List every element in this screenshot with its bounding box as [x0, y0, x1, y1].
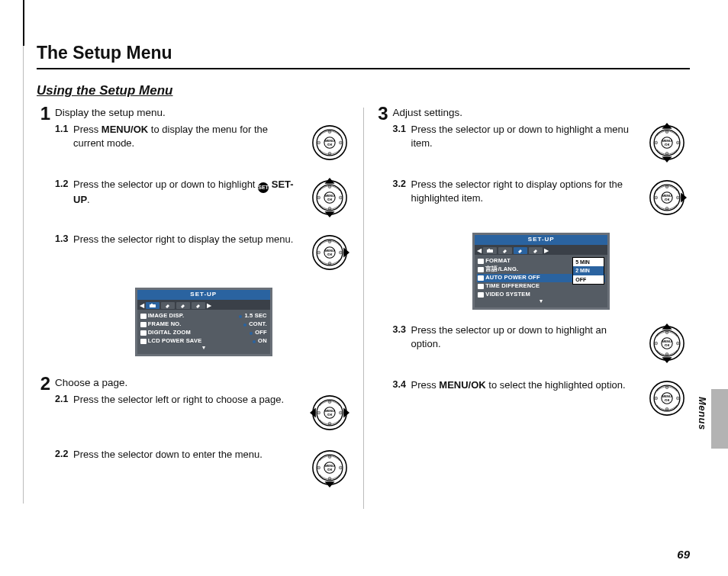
svg-point-38: [328, 423, 331, 426]
tab-wrench-icon: [161, 302, 175, 309]
tab-wrench-icon: [498, 247, 512, 254]
page-title: The Setup Menu: [37, 43, 690, 69]
svg-point-95: [676, 397, 679, 400]
svg-text:/OK: /OK: [327, 198, 332, 201]
svg-point-48: [328, 455, 331, 459]
lcd-tabs: ◀ ▶: [475, 245, 607, 255]
substep-text: Press the selector left or right to choo…: [73, 393, 301, 407]
svg-text:/OK: /OK: [665, 198, 670, 201]
svg-point-72: [676, 196, 679, 199]
svg-point-50: [317, 466, 320, 469]
substep-number: 1.1: [55, 123, 70, 150]
tab-camera-icon: [483, 247, 497, 254]
svg-point-71: [655, 196, 658, 199]
svg-point-26: [328, 262, 331, 265]
svg-point-17: [339, 196, 342, 199]
step-2: 2 Choose a page. 2.1 Press the selector …: [37, 376, 353, 503]
step-2-title: Choose a page.: [55, 376, 353, 390]
svg-point-39: [317, 411, 320, 414]
substep-text: Press the selector down to enter the men…: [73, 448, 301, 462]
lcd-title: SET-UP: [475, 235, 607, 245]
svg-text:/OK: /OK: [665, 143, 670, 146]
selector-icon-right: MENU /OK: [644, 178, 690, 217]
setup-badge-icon: SET: [258, 182, 269, 193]
svg-text:/OK: /OK: [327, 253, 332, 256]
svg-text:/OK: /OK: [665, 398, 670, 402]
svg-rect-30: [150, 304, 156, 307]
selector-icon-updown: MENU /OK: [307, 178, 353, 217]
tab-wrench-icon: [192, 302, 205, 309]
substep-number: 3.4: [393, 378, 408, 392]
lcd-option: 5 MIN: [573, 258, 604, 266]
selector-icon-right: MENU /OK: [307, 233, 353, 272]
substep-text: Press the selector up or down to highlig…: [411, 323, 639, 351]
svg-point-51: [339, 466, 342, 469]
svg-point-83: [655, 342, 658, 345]
svg-point-16: [317, 196, 320, 199]
tab-wrench-icon: [529, 247, 543, 254]
svg-point-59: [665, 153, 668, 156]
lcd-screenshot-options: SET-UP ◀ ▶ FORMAT 言語: [393, 233, 691, 310]
step-1-title: Display the setup menu.: [55, 106, 353, 120]
svg-text:/OK: /OK: [665, 343, 670, 347]
svg-point-94: [655, 397, 658, 400]
lcd-row: IMAGE DISP. 1.5 SEC: [140, 312, 268, 320]
step-number: 2: [37, 375, 50, 503]
substep-text: Press the selector right to display opti…: [411, 178, 639, 205]
svg-point-14: [328, 185, 331, 188]
section-title: Using the Setup Menu: [37, 83, 690, 98]
substep-number: 1.2: [55, 178, 70, 207]
substep-text: Press MENU/OK to display the menu for th…: [73, 123, 301, 150]
svg-point-37: [328, 401, 331, 404]
step-1: 1 Display the setup menu. 1.1 Press MENU…: [37, 106, 353, 370]
lcd-options-panel: 5 MIN2 MINOFF: [572, 257, 604, 285]
step-3-title: Adjust settings.: [393, 106, 691, 120]
svg-point-49: [328, 478, 331, 481]
svg-point-27: [317, 251, 320, 254]
svg-point-6: [328, 153, 331, 156]
lcd-option: 2 MIN: [573, 266, 604, 275]
svg-text:/OK: /OK: [327, 468, 332, 471]
substep-number: 3.2: [393, 178, 408, 205]
svg-point-25: [328, 240, 331, 243]
lcd-option: OFF: [573, 275, 604, 284]
svg-point-82: [665, 352, 668, 356]
substep-number: 3.1: [393, 123, 408, 150]
side-tab: [711, 389, 728, 449]
page-number: 69: [677, 548, 690, 561]
lcd-row: FRAME NO. CONT.: [140, 320, 268, 329]
svg-point-40: [339, 411, 342, 414]
lcd-screenshot-setup: SET-UP ◀ ▶ IMAGE DISP. 1.: [55, 288, 353, 356]
svg-point-7: [317, 141, 320, 144]
selector-icon-updown: MENU /OK: [644, 123, 690, 163]
lcd-title: SET-UP: [137, 290, 270, 300]
svg-point-84: [676, 342, 679, 345]
substep-number: 2.1: [55, 393, 70, 407]
svg-point-15: [328, 208, 331, 211]
tab-wrench-icon: [176, 302, 190, 309]
substep-text: Press the selector up or down to highlig…: [411, 123, 639, 150]
svg-rect-74: [487, 249, 493, 253]
selector-icon: MENU /OK: [307, 123, 353, 163]
substep-text: Press MENU/OK to select the highlighted …: [411, 378, 639, 392]
svg-text:/OK: /OK: [327, 413, 332, 417]
side-label: Menus: [697, 397, 708, 430]
substep-number: 2.2: [55, 448, 70, 462]
svg-point-8: [339, 141, 342, 144]
svg-point-61: [676, 141, 679, 144]
svg-rect-31: [151, 304, 153, 305]
substep-number: 1.3: [55, 233, 70, 246]
svg-point-60: [655, 141, 658, 144]
step-number: 1: [37, 105, 50, 370]
step-number: 3: [375, 105, 388, 433]
svg-point-28: [339, 251, 342, 254]
lcd-row: DIGITAL ZOOM OFF: [140, 329, 268, 337]
svg-point-81: [665, 331, 668, 334]
svg-point-93: [665, 407, 668, 410]
selector-icon: MENU /OK: [644, 378, 690, 418]
selector-icon-leftright: MENU /OK: [307, 393, 353, 433]
substep-text: Press the selector up or down to highlig…: [73, 178, 301, 207]
selector-icon-updown: MENU /OK: [644, 323, 690, 363]
selector-icon-down: MENU /OK: [307, 448, 353, 488]
svg-point-5: [328, 130, 331, 134]
